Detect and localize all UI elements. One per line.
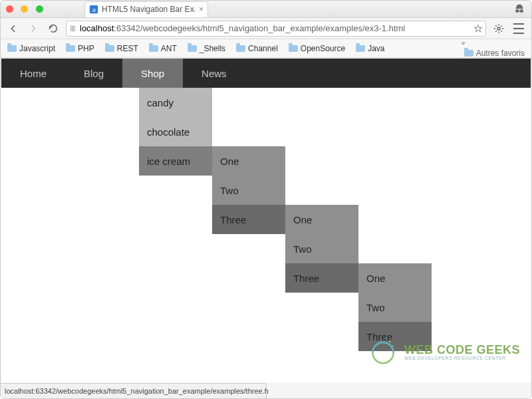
folder-icon xyxy=(188,45,197,52)
menu-item[interactable]: One xyxy=(212,146,285,176)
url-path: :63342/webcodegeeks/html5_navigation_bar… xyxy=(114,23,405,33)
nav-item-blog[interactable]: Blog xyxy=(65,59,122,88)
bookmark-folder[interactable]: _Shells xyxy=(185,43,228,55)
nav-dropdown: One Two Three One Two Three One Two xyxy=(212,146,285,234)
tab-close-icon[interactable]: × xyxy=(199,5,203,14)
watermark-logo: WEB CODE GEEKS WEB DEVELOPERS RESOURCE C… xyxy=(366,333,520,370)
watermark-subtitle: WEB DEVELOPERS RESOURCE CENTER xyxy=(404,356,520,360)
menu-item[interactable]: Two xyxy=(212,176,285,205)
bookmark-bar: Javascript PHP REST ANT _Shells Channel … xyxy=(1,39,531,58)
chrome-menu-icon[interactable] xyxy=(511,21,526,36)
top-nav: Home Blog Shop News xyxy=(1,59,531,88)
mac-minimize-button[interactable] xyxy=(21,5,28,13)
back-button[interactable] xyxy=(6,21,21,36)
svg-point-9 xyxy=(392,345,394,347)
bookmark-folder[interactable]: Java xyxy=(353,43,387,55)
menu-item[interactable]: Three One Two Three xyxy=(285,263,358,293)
nav-dropdown: candy chocolate ice cream One Two Three … xyxy=(139,88,212,176)
settings-gear-icon[interactable] xyxy=(491,21,506,36)
status-text: localhost:63342/webcodegeeks/html5_navig… xyxy=(5,387,269,395)
svg-point-8 xyxy=(386,337,388,339)
svg-rect-4 xyxy=(518,10,520,11)
svg-point-7 xyxy=(389,340,391,342)
bookmark-overflow-icon[interactable]: » xyxy=(462,39,466,47)
folder-icon xyxy=(149,45,158,52)
bookmark-label: PHP xyxy=(78,44,94,53)
bookmark-label: Javascript xyxy=(19,44,55,53)
bookmark-label: Autres favoris xyxy=(476,49,525,58)
menu-item[interactable]: One xyxy=(358,263,432,293)
bookmark-folder[interactable]: Javascript xyxy=(5,43,58,55)
menu-item[interactable]: chocolate xyxy=(139,117,212,146)
status-bar: localhost:63342/webcodegeeks/html5_navig… xyxy=(1,383,267,398)
bookmark-label: OpenSource xyxy=(301,44,345,53)
bookmark-label: REST xyxy=(117,44,138,53)
url-host: localhost xyxy=(80,23,114,33)
bookmark-label: _Shells xyxy=(200,44,225,53)
menu-item-label: Two xyxy=(366,302,385,313)
bookmark-folder[interactable]: REST xyxy=(102,43,141,55)
menu-item[interactable]: Two xyxy=(358,293,432,322)
menu-item-label: One xyxy=(220,156,239,167)
nav-item-shop[interactable]: Shop xyxy=(122,59,183,88)
menu-item-label: Three xyxy=(293,273,319,284)
menu-item-label: Two xyxy=(220,185,239,196)
bookmark-label: Channel xyxy=(248,44,278,53)
browser-tab[interactable]: JI HTML5 Navigation Bar Exa × xyxy=(84,1,208,17)
menu-item[interactable]: Three One Two Three One Two Three xyxy=(212,205,285,234)
folder-icon xyxy=(356,45,365,52)
page-icon: 🗎 xyxy=(69,24,77,33)
menu-item-label: One xyxy=(293,214,312,225)
folder-icon xyxy=(105,45,114,52)
bookmark-star-icon[interactable] xyxy=(473,24,483,33)
incognito-icon xyxy=(513,3,526,16)
nav-item-news[interactable]: News xyxy=(183,59,245,88)
watermark-icon xyxy=(366,333,400,370)
bookmark-folder[interactable]: OpenSource xyxy=(286,43,348,55)
svg-point-5 xyxy=(497,27,500,30)
menu-item-label: ice cream xyxy=(147,156,190,167)
bookmark-folder[interactable]: Channel xyxy=(233,43,281,55)
svg-text:JI: JI xyxy=(92,7,96,13)
tab-favicon: JI xyxy=(89,5,98,14)
menu-item[interactable]: candy xyxy=(139,88,212,117)
menu-item-label: One xyxy=(366,273,385,284)
bookmark-label: Java xyxy=(368,44,384,53)
menu-item-label: candy xyxy=(147,97,174,108)
menu-item-label: Two xyxy=(293,243,312,255)
page-viewport: Home Blog Shop News candy chocolate ice … xyxy=(1,59,531,382)
address-bar[interactable]: 🗎 localhost :63342/webcodegeeks/html5_na… xyxy=(66,21,486,37)
mac-zoom-button[interactable] xyxy=(36,5,43,13)
folder-icon xyxy=(66,45,75,52)
watermark-title: WEB CODE GEEKS xyxy=(404,344,520,356)
folder-icon xyxy=(289,45,298,52)
nav-item-label: Shop xyxy=(141,68,164,79)
menu-item[interactable]: One xyxy=(285,205,358,234)
folder-icon xyxy=(464,50,473,57)
mac-close-button[interactable] xyxy=(6,5,13,13)
nav-item-home[interactable]: Home xyxy=(1,59,65,88)
tab-title: HTML5 Navigation Bar Exa xyxy=(102,5,195,14)
menu-item-label: chocolate xyxy=(147,126,190,138)
menu-item-label: Three xyxy=(220,214,246,225)
folder-icon xyxy=(7,45,17,52)
bookmark-folder-other[interactable]: Autres favoris xyxy=(462,47,527,59)
bookmark-label: ANT xyxy=(161,44,177,53)
nav-item-label: News xyxy=(201,68,227,79)
bookmark-folder[interactable]: PHP xyxy=(63,43,97,55)
menu-item[interactable]: Two xyxy=(285,234,358,263)
bookmark-folder[interactable]: ANT xyxy=(146,43,180,55)
folder-icon xyxy=(236,45,245,52)
nav-dropdown: One Two Three One Two Three xyxy=(285,205,358,293)
menu-item[interactable]: ice cream One Two Three One Two Three On… xyxy=(139,146,212,176)
nav-item-label: Blog xyxy=(84,68,104,79)
nav-item-label: Home xyxy=(20,68,47,79)
reload-button[interactable] xyxy=(46,21,61,36)
forward-button[interactable] xyxy=(26,21,41,36)
